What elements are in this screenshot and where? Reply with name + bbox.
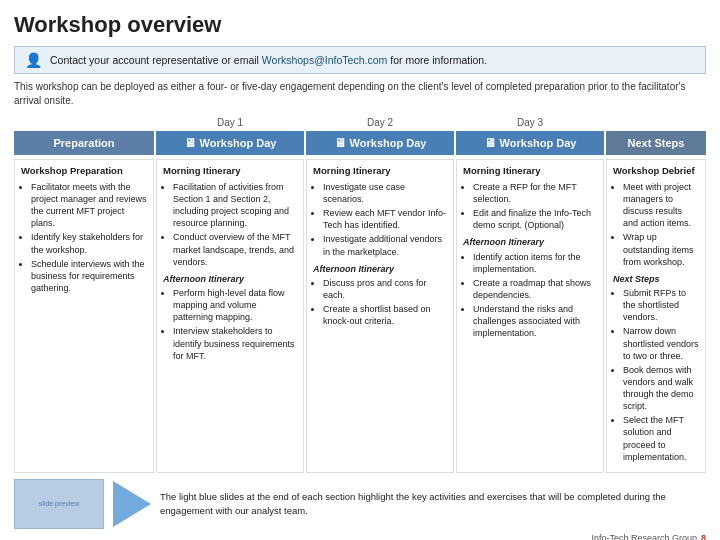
- placeholder-label: slide preview: [39, 500, 79, 507]
- list-item: Meet with project managers to discuss re…: [623, 181, 699, 230]
- list-item: Facilitation of activities from Section …: [173, 181, 297, 230]
- content-col-day1: Morning Itinerary Facilitation of activi…: [156, 159, 304, 473]
- list-item: Create a roadmap that shows dependencies…: [473, 277, 597, 301]
- day1-afternoon-list: Perform high-level data flow mapping and…: [163, 287, 297, 362]
- nextsteps-debrief-list: Meet with project managers to discuss re…: [613, 181, 699, 268]
- day-label-2: Day 2: [306, 116, 454, 129]
- day-headers: Day 1 Day 2 Day 3: [14, 116, 706, 129]
- list-item: Narrow down shortlisted vendors to two o…: [623, 325, 699, 361]
- email-link[interactable]: Workshops@InfoTech.com: [262, 54, 387, 66]
- workshop-icon-1: 🖥: [184, 136, 196, 150]
- list-item: Schedule interviews with the business fo…: [31, 258, 147, 294]
- workshop-icon-2: 🖥: [334, 136, 346, 150]
- day-label-3: Day 3: [456, 116, 604, 129]
- list-item: Wrap up outstanding items from workshop.: [623, 231, 699, 267]
- list-item: Create a RFP for the MFT selection.: [473, 181, 597, 205]
- list-item: Identify key stakeholders for the worksh…: [31, 231, 147, 255]
- workshop-day-label-1: Workshop Day: [200, 137, 277, 149]
- bottom-area: slide preview The light blue slides at t…: [14, 479, 706, 529]
- nextsteps-list: Submit RFPs to the shortlisted vendors. …: [613, 287, 699, 463]
- day-label-empty2: [606, 116, 706, 129]
- list-item: Book demos with vendors and walk through…: [623, 364, 699, 413]
- content-col-day3: Morning Itinerary Create a RFP for the M…: [456, 159, 604, 473]
- day2-afternoon-title: Afternoon Itinerary: [313, 263, 447, 275]
- list-item: Understand the risks and challenges asso…: [473, 303, 597, 339]
- day3-morning-list: Create a RFP for the MFT selection. Edit…: [463, 181, 597, 232]
- person-icon: 👤: [25, 52, 42, 68]
- day1-afternoon-title: Afternoon Itinerary: [163, 273, 297, 285]
- workshop-icon-3: 🖥: [484, 136, 496, 150]
- list-item: Facilitator meets with the project manag…: [31, 181, 147, 230]
- content-col-day2: Morning Itinerary Investigate use case s…: [306, 159, 454, 473]
- page-title: Workshop overview: [14, 12, 706, 38]
- footer-page-number: 8: [701, 533, 706, 540]
- list-item: Perform high-level data flow mapping and…: [173, 287, 297, 323]
- col-header-preparation: Preparation: [14, 131, 154, 155]
- list-item: Discuss pros and cons for each.: [323, 277, 447, 301]
- info-box-text: Contact your account representative or e…: [50, 54, 487, 66]
- day2-afternoon-list: Discuss pros and cons for each. Create a…: [313, 277, 447, 328]
- content-col-preparation: Workshop Preparation Facilitator meets w…: [14, 159, 154, 473]
- list-item: Review each MFT vendor Info-Tech has ide…: [323, 207, 447, 231]
- footer: Info-Tech Research Group 8: [14, 529, 706, 540]
- list-item: Interview stakeholders to identify busin…: [173, 325, 297, 361]
- list-item: Conduct overview of the MFT market lands…: [173, 231, 297, 267]
- day3-afternoon-list: Identify action items for the implementa…: [463, 251, 597, 340]
- workshop-day-label-2: Workshop Day: [350, 137, 427, 149]
- col-header-nextsteps: Next Steps: [606, 131, 706, 155]
- list-item: Select the MFT solution and proceed to i…: [623, 414, 699, 463]
- day2-morning-list: Investigate use case scenarios. Review e…: [313, 181, 447, 258]
- day-label-1: Day 1: [156, 116, 304, 129]
- col-headers: Preparation 🖥 Workshop Day 🖥 Workshop Da…: [14, 131, 706, 155]
- list-item: Identify action items for the implementa…: [473, 251, 597, 275]
- list-item: Investigate additional vendors in the ma…: [323, 233, 447, 257]
- nextsteps-section-title: Workshop Debrief: [613, 165, 699, 178]
- prep-section-title: Workshop Preparation: [21, 165, 147, 178]
- page: Workshop overview 👤 Contact your account…: [0, 0, 720, 540]
- content-col-nextsteps: Workshop Debrief Meet with project manag…: [606, 159, 706, 473]
- col-header-day1: 🖥 Workshop Day: [156, 131, 304, 155]
- col-header-day3: 🖥 Workshop Day: [456, 131, 604, 155]
- day-label-empty: [14, 116, 154, 129]
- screenshot-placeholder: slide preview: [14, 479, 104, 529]
- list-item: Investigate use case scenarios.: [323, 181, 447, 205]
- prep-list: Facilitator meets with the project manag…: [21, 181, 147, 294]
- footer-brand: Info-Tech Research Group: [591, 533, 697, 540]
- bottom-text: The light blue slides at the end of each…: [160, 490, 706, 518]
- svg-marker-0: [113, 481, 151, 527]
- nextsteps-subtitle: Next Steps: [613, 273, 699, 285]
- list-item: Edit and finalize the Info-Tech demo scr…: [473, 207, 597, 231]
- day3-morning-title: Morning Itinerary: [463, 165, 597, 178]
- blue-arrow-icon: [112, 479, 152, 529]
- day1-morning-title: Morning Itinerary: [163, 165, 297, 178]
- nextsteps-label: Next Steps: [628, 137, 685, 149]
- content-area: Workshop Preparation Facilitator meets w…: [14, 159, 706, 473]
- workshop-day-label-3: Workshop Day: [500, 137, 577, 149]
- info-box: 👤 Contact your account representative or…: [14, 46, 706, 74]
- list-item: Submit RFPs to the shortlisted vendors.: [623, 287, 699, 323]
- col-header-day2: 🖥 Workshop Day: [306, 131, 454, 155]
- intro-text: This workshop can be deployed as either …: [14, 80, 706, 108]
- preparation-label: Preparation: [53, 137, 114, 149]
- day1-morning-list: Facilitation of activities from Section …: [163, 181, 297, 268]
- list-item: Create a shortlist based on knock-out cr…: [323, 303, 447, 327]
- day2-morning-title: Morning Itinerary: [313, 165, 447, 178]
- day3-afternoon-title: Afternoon Itinerary: [463, 236, 597, 248]
